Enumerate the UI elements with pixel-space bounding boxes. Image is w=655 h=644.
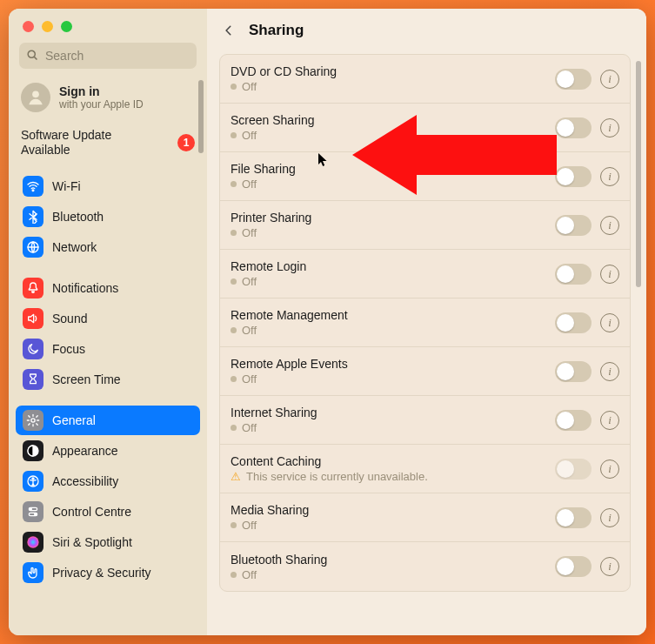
row-status: ⚠This service is currently unavailable. <box>231 470 428 483</box>
sidebar-item-siri[interactable]: Siri & Spotlight <box>16 527 200 557</box>
maximize-icon[interactable] <box>61 21 72 32</box>
row-status: Off <box>231 372 348 386</box>
dvd-toggle[interactable] <box>555 69 592 90</box>
search-input[interactable] <box>19 43 197 69</box>
sidebar-item-notifications[interactable]: Notifications <box>16 273 200 303</box>
row-status: Off <box>231 275 306 288</box>
remoteapple-toggle[interactable] <box>555 361 592 382</box>
row-title: Printer Sharing <box>231 211 311 225</box>
sidebar-item-network[interactable]: Network <box>16 232 200 262</box>
info-button[interactable]: i <box>600 508 619 527</box>
page-title: Sharing <box>249 22 304 39</box>
svg-point-5 <box>31 418 35 421</box>
sidebar: Sign in with your Apple ID Software Upda… <box>9 9 207 635</box>
printer-toggle[interactable] <box>555 215 592 236</box>
warning-icon: ⚠ <box>231 470 241 483</box>
internet-toggle[interactable] <box>555 410 592 431</box>
sidebar-item-label: Focus <box>52 342 85 356</box>
btshare-toggle[interactable] <box>555 556 592 577</box>
globe-icon <box>23 237 43 258</box>
window-controls <box>9 9 207 39</box>
info-button[interactable]: i <box>600 557 619 576</box>
sign-in-title: Sign in <box>59 84 144 98</box>
row-title: Internet Sharing <box>231 406 317 419</box>
screen-toggle[interactable] <box>555 117 592 138</box>
sidebar-item-sound[interactable]: Sound <box>16 304 200 333</box>
sidebar-item-wifi[interactable]: Wi-Fi <box>16 171 200 201</box>
row-title: Remote Login <box>231 259 306 273</box>
svg-point-13 <box>27 536 38 547</box>
sidebar-item-focus[interactable]: Focus <box>16 334 200 364</box>
row-status: Off <box>231 421 317 434</box>
sidebar-item-general[interactable]: General <box>16 406 200 435</box>
bell-icon <box>23 278 43 299</box>
hourglass-icon <box>23 369 43 390</box>
info-button[interactable]: i <box>600 118 619 138</box>
sidebar-item-bluetooth[interactable]: Bluetooth <box>16 202 200 231</box>
row-title: Remote Apple Events <box>231 357 348 371</box>
sidebar-item-privacy[interactable]: Privacy & Security <box>16 558 200 587</box>
sidebar-item-accessibility[interactable]: Accessibility <box>16 466 200 496</box>
media-toggle[interactable] <box>555 507 592 528</box>
update-badge: 1 <box>177 134 195 151</box>
status-dot-icon <box>231 278 237 285</box>
row-status: Off <box>231 324 348 337</box>
info-button[interactable]: i <box>600 265 619 284</box>
svg-point-10 <box>30 508 31 510</box>
info-button[interactable]: i <box>600 460 619 479</box>
main-scrollbar[interactable] <box>636 61 641 287</box>
moon-icon <box>23 339 43 359</box>
search-icon <box>26 49 39 64</box>
sidebar-item-controlcentre[interactable]: Control Centre <box>16 497 200 527</box>
sidebar-item-label: Sound <box>52 312 87 325</box>
sidebar-item-appearance[interactable]: Appearance <box>16 436 200 466</box>
info-button[interactable]: i <box>600 411 619 430</box>
info-button[interactable]: i <box>600 70 619 89</box>
info-button[interactable]: i <box>600 216 619 235</box>
remotelogin-toggle[interactable] <box>555 264 592 285</box>
speaker-icon <box>23 308 43 329</box>
search-container <box>9 39 207 77</box>
sidebar-item-screentime[interactable]: Screen Time <box>16 365 200 394</box>
row-title: Remote Management <box>231 308 348 322</box>
bluetooth-icon <box>23 206 43 227</box>
accessibility-icon <box>23 471 43 492</box>
sidebar-item-label: Network <box>52 240 97 254</box>
status-dot-icon <box>231 376 237 382</box>
info-button[interactable]: i <box>600 362 619 381</box>
remotemgmt-toggle[interactable] <box>555 312 592 333</box>
minimize-icon[interactable] <box>42 21 53 32</box>
sign-in-subtitle: with your Apple ID <box>59 98 144 111</box>
sidebar-scrollbar[interactable] <box>198 80 204 153</box>
sidebar-item-label: Screen Time <box>52 372 121 386</box>
status-dot-icon <box>231 327 237 333</box>
svg-point-2 <box>32 91 39 97</box>
row-status: Off <box>231 226 311 239</box>
sidebar-item-label: Siri & Spotlight <box>52 535 132 549</box>
row-status: Off <box>231 178 296 191</box>
software-update-row[interactable]: Software Update Available 1 <box>9 121 207 170</box>
sidebar-item-label: General <box>52 413 96 427</box>
info-button[interactable]: i <box>600 313 619 332</box>
sharing-row-remotelogin: Remote LoginOffi <box>220 250 630 299</box>
close-icon[interactable] <box>23 21 34 32</box>
sharing-row-contentcaching: Content Caching⚠This service is currentl… <box>220 445 630 493</box>
file-toggle[interactable] <box>555 166 592 187</box>
svg-point-0 <box>28 50 35 57</box>
info-button[interactable]: i <box>600 167 619 186</box>
gear-icon <box>23 410 43 431</box>
status-dot-icon <box>231 522 237 528</box>
avatar-icon <box>21 83 50 112</box>
back-button[interactable] <box>219 21 238 40</box>
sidebar-item-label: Bluetooth <box>52 210 104 224</box>
row-title: DVD or CD Sharing <box>231 64 337 78</box>
sidebar-item-label: Wi-Fi <box>52 179 81 193</box>
sharing-row-btshare: Bluetooth SharingOffi <box>220 542 630 591</box>
svg-point-12 <box>35 513 37 515</box>
sign-in-row[interactable]: Sign in with your Apple ID <box>9 77 207 121</box>
main-panel: Sharing DVD or CD SharingOffiScreen Shar… <box>207 9 646 635</box>
hand-icon <box>23 562 43 583</box>
contentcaching-toggle <box>555 459 592 480</box>
sharing-card: DVD or CD SharingOffiScreen SharingOffiF… <box>219 54 631 592</box>
status-dot-icon <box>231 181 237 187</box>
